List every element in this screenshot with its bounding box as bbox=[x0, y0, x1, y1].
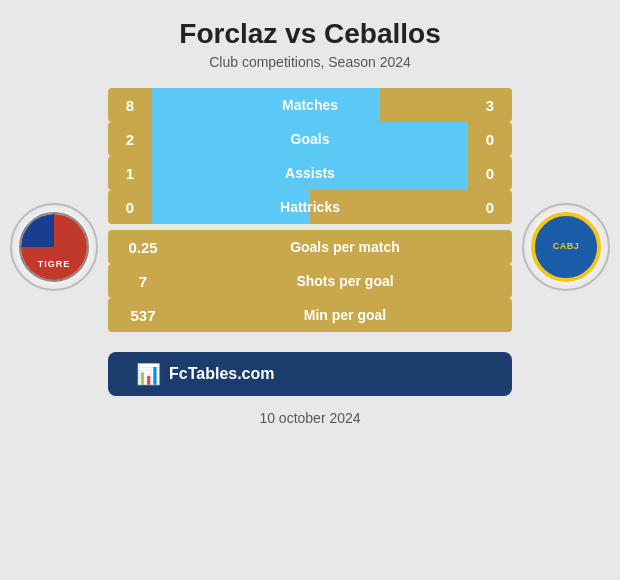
single-stat-label: Min per goal bbox=[304, 307, 386, 323]
page-subtitle: Club competitions, Season 2024 bbox=[209, 54, 411, 70]
stat-row: 8 Matches 3 bbox=[108, 88, 512, 122]
single-stat-bar: Min per goal bbox=[178, 298, 512, 332]
stat-left-value: 0 bbox=[108, 190, 152, 224]
stat-right-value: 0 bbox=[468, 156, 512, 190]
footer-date: 10 october 2024 bbox=[259, 410, 360, 426]
stat-label: Assists bbox=[285, 165, 335, 181]
stat-row: 2 Goals 0 bbox=[108, 122, 512, 156]
stats-container: 8 Matches 3 2 Goals 0 1 Assists 0 0 bbox=[98, 88, 522, 406]
team-right-logo: CABJ bbox=[522, 203, 610, 291]
stat-left-value: 2 bbox=[108, 122, 152, 156]
stat-bar-fill bbox=[152, 88, 380, 122]
single-stat-label: Goals per match bbox=[290, 239, 400, 255]
stat-row: 0 Hattricks 0 bbox=[108, 190, 512, 224]
stat-label: Hattricks bbox=[280, 199, 340, 215]
fctables-label: FcTables.com bbox=[169, 365, 275, 383]
single-stat-value: 7 bbox=[108, 264, 178, 298]
team-left-abbr: TIGRE bbox=[38, 259, 71, 269]
stat-label: Goals bbox=[291, 131, 330, 147]
stat-bar: Goals bbox=[152, 122, 468, 156]
fctables-banner[interactable]: 📊 FcTables.com bbox=[108, 352, 512, 396]
stat-left-value: 8 bbox=[108, 88, 152, 122]
single-stat-row: 7 Shots per goal bbox=[108, 264, 512, 298]
stat-row: 1 Assists 0 bbox=[108, 156, 512, 190]
single-stat-row: 537 Min per goal bbox=[108, 298, 512, 332]
stat-bar: Assists bbox=[152, 156, 468, 190]
single-stat-label: Shots per goal bbox=[296, 273, 393, 289]
stat-bar: Matches bbox=[152, 88, 468, 122]
stat-bar: Hattricks bbox=[152, 190, 468, 224]
chart-icon: 📊 bbox=[136, 362, 161, 386]
comparison-area: TIGRE 8 Matches 3 2 Goals 0 1 Assists bbox=[10, 88, 610, 406]
single-stat-bar: Goals per match bbox=[178, 230, 512, 264]
single-stat-value: 537 bbox=[108, 298, 178, 332]
single-stat-value: 0.25 bbox=[108, 230, 178, 264]
stat-right-value: 0 bbox=[468, 190, 512, 224]
single-stat-row: 0.25 Goals per match bbox=[108, 230, 512, 264]
single-stat-bar: Shots per goal bbox=[178, 264, 512, 298]
stat-right-value: 3 bbox=[468, 88, 512, 122]
stat-left-value: 1 bbox=[108, 156, 152, 190]
stat-right-value: 0 bbox=[468, 122, 512, 156]
team-left-logo: TIGRE bbox=[10, 203, 98, 291]
stat-label: Matches bbox=[282, 97, 338, 113]
page-title: Forclaz vs Ceballos bbox=[179, 18, 440, 50]
team-right-abbr: CABJ bbox=[553, 241, 580, 253]
